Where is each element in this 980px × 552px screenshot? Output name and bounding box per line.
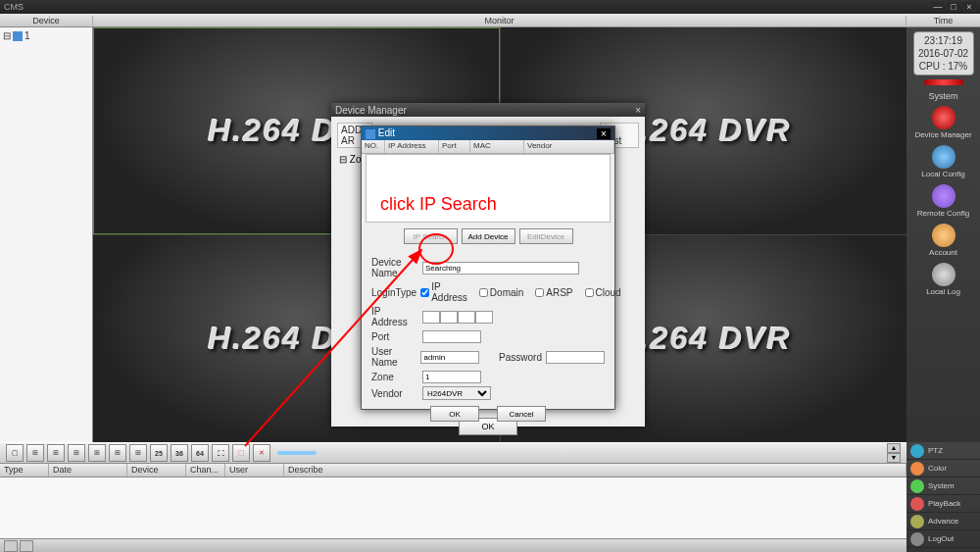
grid-6-button[interactable]: ⊞ (47, 444, 65, 462)
log-col-user[interactable]: User (225, 464, 284, 477)
grid-64-button[interactable]: 64 (191, 444, 209, 462)
grid-4-button[interactable]: ⊞ (26, 444, 44, 462)
port-label: Port (371, 331, 418, 342)
log-col-channel[interactable]: Chan... (186, 464, 225, 477)
system-icon (910, 479, 924, 493)
playback-button[interactable]: PlayBack (906, 495, 980, 513)
device-manager-titlebar[interactable]: Device Manager × (331, 103, 645, 117)
color-icon (910, 462, 924, 476)
grid-20-button[interactable]: ⊞ (129, 444, 147, 462)
local-config-icon (932, 145, 956, 169)
status-icon-1[interactable] (4, 540, 18, 552)
edit-cancel-button[interactable]: Cancel (497, 406, 546, 422)
app-title: CMS (4, 2, 931, 12)
edit-col-ip[interactable]: IP Address (385, 140, 439, 153)
edit-search-results-list[interactable] (366, 154, 611, 223)
app-title-bar: CMS — □ × (0, 0, 980, 14)
edit-col-mac[interactable]: MAC (470, 140, 524, 153)
device-manager-icon (932, 106, 956, 129)
ip-address-input[interactable] (422, 311, 493, 324)
device-manager-title: Device Manager (335, 105, 407, 116)
device-manager-close-icon[interactable]: × (635, 105, 641, 116)
login-type-label: LoginType (371, 287, 416, 298)
snapshot-button[interactable]: ⬚ (232, 444, 250, 462)
disconnect-button[interactable]: ✕ (253, 444, 270, 462)
ip-seg-4[interactable] (475, 311, 493, 324)
vendor-select[interactable]: H264DVR (422, 386, 491, 400)
ip-address-checkbox[interactable] (420, 288, 429, 297)
log-col-device[interactable]: Device (127, 464, 186, 477)
volume-slider[interactable] (277, 451, 317, 455)
edit-ok-button[interactable]: OK (430, 406, 479, 422)
scroll-down-button[interactable]: ▼ (887, 453, 901, 463)
time-info-box: 23:17:19 2016-07-02 CPU : 17% (913, 31, 974, 75)
local-config-button[interactable]: Local Config (913, 145, 974, 178)
edit-dialog-close-icon[interactable]: × (597, 128, 611, 139)
edit-col-vendor[interactable]: Vendor (524, 140, 614, 153)
tree-root-item[interactable]: ⊟ 1 (2, 29, 90, 42)
fullscreen-button[interactable]: ⛶ (212, 444, 229, 462)
port-input[interactable] (422, 330, 481, 343)
domain-checkbox[interactable] (479, 288, 488, 297)
password-input[interactable] (546, 351, 605, 364)
advance-button[interactable]: Advance (906, 513, 980, 530)
ip-seg-1[interactable] (422, 311, 440, 324)
scroll-up-button[interactable]: ▲ (887, 443, 901, 453)
username-label: User Name (371, 346, 416, 368)
header-time: Time (906, 16, 980, 25)
header-row: Device Monitor Time (0, 14, 980, 27)
username-input[interactable] (420, 351, 479, 364)
minimize-button[interactable]: — (931, 2, 945, 12)
grid-16-button[interactable]: ⊞ (109, 444, 126, 462)
device-manager-button[interactable]: Device Manager (913, 106, 974, 139)
remote-config-icon (932, 184, 956, 208)
edit-col-no[interactable]: NO. (362, 140, 385, 153)
local-log-button[interactable]: Local Log (913, 263, 974, 296)
folder-icon (13, 31, 23, 41)
bottom-right-panel: PTZ Color System PlayBack Advance LogOut (906, 442, 980, 552)
status-icon-2[interactable] (20, 540, 33, 552)
playback-icon (910, 497, 924, 511)
maximize-button[interactable]: □ (947, 2, 960, 12)
window-controls: — □ × (931, 2, 976, 12)
log-col-describe[interactable]: Describe (284, 464, 906, 477)
tree-expand-icon[interactable]: ⊟ (3, 30, 11, 41)
ptz-icon (910, 444, 924, 458)
logout-button[interactable]: LogOut (906, 530, 980, 548)
time-value: 23:17:19 (916, 34, 971, 47)
grid-1-button[interactable]: ▢ (6, 444, 24, 462)
local-log-icon (932, 263, 956, 286)
grid-8-button[interactable]: ⊞ (68, 444, 85, 462)
password-label: Password (499, 352, 542, 363)
system-section-label: System (928, 91, 957, 101)
ip-search-button[interactable]: IP Search (404, 228, 458, 244)
ip-seg-2[interactable] (440, 311, 458, 324)
status-bar (0, 538, 906, 552)
grid-25-button[interactable]: 25 (150, 444, 168, 462)
log-col-type[interactable]: Type (0, 464, 49, 477)
ptz-button[interactable]: PTZ (906, 442, 980, 460)
ip-seg-3[interactable] (458, 311, 475, 324)
log-col-date[interactable]: Date (49, 464, 127, 477)
edit-device-button[interactable]: EditDevice (519, 228, 573, 244)
close-button[interactable]: × (962, 2, 976, 12)
grid-36-button[interactable]: 36 (171, 444, 188, 462)
arsp-checkbox[interactable] (535, 288, 544, 297)
status-led (924, 79, 963, 85)
device-name-input[interactable] (422, 262, 579, 275)
vendor-label: Vendor (371, 388, 418, 399)
system-button[interactable]: System (906, 477, 980, 495)
zone-label: Zone (371, 372, 418, 382)
color-button[interactable]: Color (906, 460, 980, 477)
edit-dialog-titlebar[interactable]: Edit × (362, 126, 614, 140)
grid-9-button[interactable]: ⊞ (88, 444, 106, 462)
remote-config-button[interactable]: Remote Config (913, 184, 974, 218)
zone-input[interactable] (422, 371, 481, 383)
log-table-header: Type Date Device Chan... User Describe (0, 464, 906, 477)
right-sidebar: 23:17:19 2016-07-02 CPU : 17% System Dev… (906, 27, 980, 442)
edit-col-port[interactable]: Port (439, 140, 470, 153)
cloud-checkbox[interactable] (585, 288, 594, 297)
account-button[interactable]: Account (913, 224, 974, 257)
header-monitor: Monitor (93, 16, 906, 25)
add-device-button[interactable]: Add Device (462, 228, 515, 244)
